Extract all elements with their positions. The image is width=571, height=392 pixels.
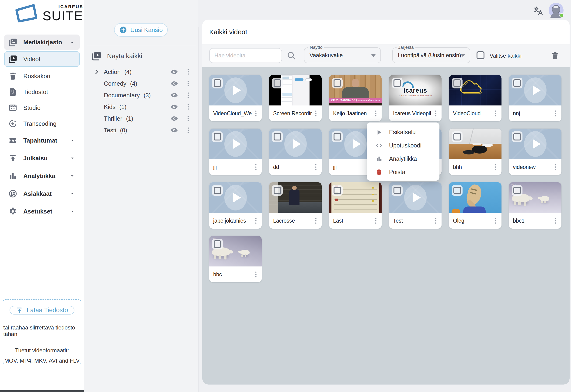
- folder-row-action[interactable]: Action (4): [84, 66, 198, 78]
- context-menu-item-analytiikka[interactable]: Analytiikka: [367, 152, 440, 165]
- folder-row-thriller[interactable]: Thriller (1): [84, 113, 198, 124]
- video-thumbnail[interactable]: [329, 182, 382, 213]
- sidebar-item-tapahtumat[interactable]: Tapahtumat: [4, 131, 80, 149]
- video-thumbnail[interactable]: one: [209, 236, 262, 266]
- video-thumbnail[interactable]: [509, 75, 561, 105]
- eye-icon[interactable]: [170, 115, 178, 122]
- video-thumbnail[interactable]: [449, 182, 501, 213]
- kebab-icon[interactable]: [252, 216, 260, 225]
- trash-icon[interactable]: [551, 51, 559, 60]
- video-thumbnail[interactable]: [449, 75, 501, 105]
- kebab-icon[interactable]: [372, 216, 380, 225]
- display-mode-select[interactable]: Näyttö Vaakakuvake: [304, 47, 381, 63]
- kebab-icon[interactable]: [312, 216, 320, 225]
- folder-row-documentary[interactable]: Documentary (3): [84, 89, 198, 101]
- sidebar-item-videot[interactable]: Videot: [4, 51, 80, 67]
- video-checkbox[interactable]: [512, 131, 523, 142]
- chevron-right-icon[interactable]: [94, 69, 104, 75]
- video-checkbox[interactable]: [392, 78, 403, 88]
- kebab-icon[interactable]: [312, 162, 320, 172]
- video-checkbox[interactable]: [272, 185, 283, 196]
- kebab-icon[interactable]: [185, 68, 192, 76]
- sidebar-item-tiedostot[interactable]: Tiedostot: [4, 84, 80, 100]
- translate-icon[interactable]: [533, 6, 543, 16]
- new-folder-button[interactable]: Uusi Kansio: [114, 23, 168, 37]
- chevron-right-icon[interactable]: [94, 92, 104, 98]
- kebab-icon[interactable]: [252, 162, 260, 172]
- eye-icon[interactable]: [170, 103, 178, 111]
- eye-icon[interactable]: [170, 80, 178, 87]
- video-checkbox[interactable]: [452, 131, 463, 142]
- kebab-icon[interactable]: [185, 115, 192, 122]
- kebab-icon[interactable]: [372, 109, 380, 118]
- kebab-icon[interactable]: [252, 270, 260, 279]
- video-thumbnail[interactable]: [209, 75, 262, 105]
- sidebar-item-transcoding[interactable]: Transcoding: [4, 116, 80, 131]
- video-thumbnail[interactable]: one: [509, 182, 561, 213]
- sidebar-item-asiakkaat[interactable]: Asiakkaat: [4, 185, 80, 203]
- context-menu-item-esikatselu[interactable]: Esikatselu: [367, 126, 440, 139]
- sort-select[interactable]: Järjestä Luontipäivä (Uusin ensin): [392, 47, 470, 63]
- kebab-icon[interactable]: [252, 109, 260, 118]
- context-menu-item-poista[interactable]: Poista: [367, 165, 440, 179]
- video-checkbox[interactable]: [512, 185, 523, 196]
- video-checkbox[interactable]: [332, 131, 343, 142]
- video-thumbnail[interactable]: KEIJO JAATINEN (sit.) kunnanvaltuustoon.: [329, 75, 382, 105]
- video-checkbox[interactable]: [212, 239, 223, 249]
- chevron-right-icon[interactable]: [94, 127, 104, 133]
- kebab-icon[interactable]: [185, 103, 192, 111]
- eye-icon[interactable]: [170, 91, 178, 99]
- kebab-icon[interactable]: [312, 109, 320, 118]
- chevron-right-icon[interactable]: [94, 116, 104, 122]
- video-checkbox[interactable]: [212, 185, 223, 196]
- video-thumbnail[interactable]: icareusTHE ENTERPRISE VIDEO CLOUD: [389, 75, 442, 105]
- kebab-icon[interactable]: [492, 162, 500, 172]
- video-thumbnail[interactable]: [389, 182, 442, 213]
- search-icon[interactable]: [287, 51, 296, 60]
- folder-row-testi[interactable]: Testi (0): [84, 124, 198, 136]
- video-checkbox[interactable]: [512, 78, 523, 88]
- video-thumbnail[interactable]: [509, 129, 561, 159]
- video-thumbnail[interactable]: [209, 129, 262, 159]
- kebab-icon[interactable]: [492, 216, 500, 225]
- kebab-icon[interactable]: [432, 109, 440, 118]
- sidebar-item-asetukset[interactable]: Asetukset: [4, 203, 80, 220]
- kebab-icon[interactable]: [492, 109, 500, 118]
- video-checkbox[interactable]: [452, 78, 463, 88]
- video-checkbox[interactable]: [392, 185, 403, 196]
- context-menu-item-upotuskoodi[interactable]: Upotuskoodi: [367, 139, 440, 152]
- avatar[interactable]: [549, 3, 564, 18]
- select-all-checkbox[interactable]: [477, 51, 485, 59]
- folder-row-kids[interactable]: Kids (1): [84, 101, 198, 113]
- video-checkbox[interactable]: [332, 185, 343, 196]
- sidebar-item-analytiikka[interactable]: Analytiikka: [4, 167, 80, 185]
- video-thumbnail[interactable]: [269, 129, 322, 159]
- kebab-icon[interactable]: [552, 109, 559, 118]
- chevron-right-icon[interactable]: [94, 104, 104, 110]
- video-thumbnail[interactable]: [449, 129, 501, 159]
- kebab-icon[interactable]: [432, 216, 440, 225]
- video-checkbox[interactable]: [212, 78, 223, 88]
- eye-icon[interactable]: [170, 68, 178, 76]
- sidebar-item-roskakori[interactable]: Roskakori: [4, 68, 80, 84]
- video-checkbox[interactable]: [272, 78, 283, 88]
- video-checkbox[interactable]: [332, 78, 343, 88]
- search-input[interactable]: [209, 48, 282, 63]
- kebab-icon[interactable]: [185, 80, 192, 87]
- upload-file-button[interactable]: Lataa Tiedosto: [10, 306, 74, 315]
- upload-dropzone[interactable]: Lataa Tiedosto tai raahaa siirrettävä ti…: [3, 299, 81, 364]
- chevron-right-icon[interactable]: [94, 81, 104, 87]
- video-checkbox[interactable]: [452, 185, 463, 196]
- video-thumbnail[interactable]: [269, 75, 322, 105]
- video-checkbox[interactable]: [272, 131, 283, 142]
- sidebar-item-julkaisu[interactable]: Julkaisu: [4, 149, 80, 167]
- eye-icon[interactable]: [170, 126, 178, 134]
- kebab-icon[interactable]: [552, 162, 559, 172]
- sidebar-item-studio[interactable]: Studio: [4, 100, 80, 116]
- video-thumbnail[interactable]: [209, 182, 262, 213]
- kebab-icon[interactable]: [185, 127, 192, 134]
- video-thumbnail[interactable]: [269, 182, 322, 213]
- show-all-button[interactable]: Näytä kaikki: [92, 49, 142, 62]
- kebab-icon[interactable]: [552, 216, 559, 225]
- kebab-icon[interactable]: [185, 91, 192, 99]
